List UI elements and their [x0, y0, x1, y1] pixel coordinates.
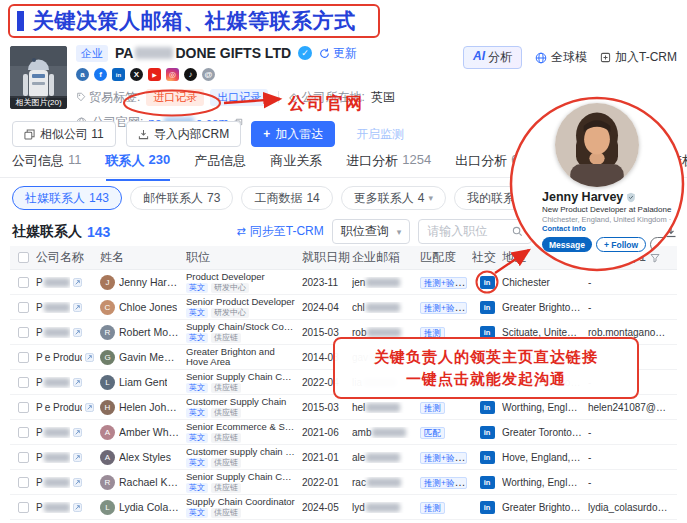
- table-row[interactable]: P A Alex Styles Customer supply chain co…: [10, 445, 677, 470]
- tab-item[interactable]: 产品信息: [194, 152, 246, 181]
- filter-chip[interactable]: 工商数据14: [241, 186, 332, 210]
- contact-name[interactable]: Chloe Jones: [119, 301, 177, 313]
- job-title-select[interactable]: 职位查询 ▾: [332, 219, 411, 244]
- company-link-icon[interactable]: [73, 328, 82, 337]
- sync-tcrm-button[interactable]: ⇄ 同步至T-CRM: [237, 223, 324, 240]
- contact-info-link[interactable]: Contact info: [542, 224, 586, 233]
- linkedin-icon[interactable]: in: [480, 301, 495, 314]
- linkedin-icon[interactable]: in: [112, 68, 125, 81]
- linkedin-icon[interactable]: in: [480, 401, 495, 414]
- company-name: Pe Produc...: [36, 402, 82, 413]
- instagram-icon[interactable]: ◎: [166, 68, 179, 81]
- trade-tags-label-text: 贸易标签:: [89, 89, 140, 106]
- row-checkbox[interactable]: [18, 452, 29, 463]
- global-mode-button[interactable]: 全球模: [535, 49, 587, 66]
- company-link-icon[interactable]: [73, 453, 82, 462]
- company-link-icon[interactable]: [73, 503, 82, 512]
- position-tag: 英文: [186, 308, 208, 318]
- globe-icon: [535, 52, 547, 64]
- tab-item[interactable]: 联系人230: [106, 152, 171, 181]
- table-row[interactable]: P C Chloe Jones Senior Product Developer…: [10, 295, 677, 320]
- table-row[interactable]: P R Rachael Kelly Senior Supply Chain Co…: [10, 470, 677, 495]
- import-records-tag[interactable]: 进口记录: [146, 89, 204, 106]
- contact-cell: L Lydia Colasurdo: [100, 500, 186, 515]
- company-link-icon[interactable]: [85, 403, 94, 412]
- row-checkbox[interactable]: [18, 352, 29, 363]
- import-crm-button[interactable]: 导入内部CRM: [126, 121, 241, 147]
- tab-item[interactable]: 商业关系: [270, 152, 322, 181]
- position-cell: Greater Brighton and Hove Area: [186, 347, 302, 367]
- company-link-icon[interactable]: [73, 378, 82, 387]
- x-icon[interactable]: X: [130, 68, 143, 81]
- company-link-icon[interactable]: [85, 353, 94, 362]
- email-icon[interactable]: @: [202, 68, 215, 81]
- row-checkbox[interactable]: [18, 377, 29, 388]
- filter-chip[interactable]: 社媒联系人143: [12, 186, 122, 210]
- column-header[interactable]: 姓名: [100, 249, 186, 266]
- select-all-checkbox[interactable]: [18, 252, 29, 263]
- contact-name[interactable]: Jenny Harvey: [119, 276, 180, 288]
- ai-analyze-button[interactable]: AI 分析: [463, 46, 522, 69]
- contact-name[interactable]: Robert Monta...: [119, 326, 180, 338]
- position: Senior Supply Chain Coordinator: [186, 472, 296, 482]
- filter-chip[interactable]: 更多联系人4▾: [341, 186, 446, 210]
- linkedin-icon[interactable]: in: [480, 276, 495, 289]
- contact-name[interactable]: Alex Styles: [119, 451, 171, 463]
- row-checkbox[interactable]: [18, 327, 29, 338]
- row-checkbox[interactable]: [18, 402, 29, 413]
- row-checkbox[interactable]: [18, 277, 29, 288]
- contact-name[interactable]: Lydia Colasurdo: [119, 501, 180, 513]
- company-link-icon[interactable]: [73, 428, 82, 437]
- export-records-tag[interactable]: 出口记录: [210, 89, 268, 106]
- linkedin-icon[interactable]: in: [480, 426, 495, 439]
- row-checkbox[interactable]: [18, 427, 29, 438]
- facebook-icon[interactable]: f: [94, 68, 107, 81]
- tab-item[interactable]: 进口分析1254: [346, 152, 431, 181]
- tiktok-icon[interactable]: ♪: [184, 68, 197, 81]
- position-tag: 供应链: [211, 408, 241, 418]
- company-email: amb: [352, 427, 420, 438]
- join-tcrm-button[interactable]: 加入T-CRM: [600, 49, 677, 66]
- update-button[interactable]: 更新: [319, 45, 357, 62]
- contact-name[interactable]: Gavin Meeks: [119, 351, 180, 363]
- table-row[interactable]: P L Lydia Colasurdo Supply Chain Coordin…: [10, 495, 677, 520]
- job-search-input[interactable]: 请输入职位: [418, 219, 532, 244]
- hire-date: 2022-01: [302, 477, 352, 488]
- column-header[interactable]: 公司名称: [36, 249, 100, 266]
- row-checkbox[interactable]: [18, 477, 29, 488]
- similar-companies-button[interactable]: 相似公司 11: [12, 121, 116, 147]
- table-row[interactable]: P J Jenny Harvey Product Developer 英文研发中…: [10, 270, 677, 295]
- company-image-thumbnail[interactable]: 相关图片(20): [10, 46, 67, 109]
- contact-name[interactable]: Amber Whitty: [119, 426, 180, 438]
- tab-item[interactable]: 公司信息11: [12, 152, 82, 181]
- linkedin-icon[interactable]: in: [480, 451, 495, 464]
- column-header[interactable]: 就职日期: [302, 249, 352, 266]
- youtube-icon[interactable]: ▶: [148, 68, 161, 81]
- column-header[interactable]: 企业邮箱: [352, 249, 420, 266]
- contact-name[interactable]: Rachael Kelly: [119, 476, 180, 488]
- filter-funnel-icon[interactable]: [650, 253, 660, 263]
- message-button[interactable]: Message: [542, 237, 592, 252]
- add-radar-button[interactable]: + 加入雷达: [251, 121, 335, 147]
- follow-button[interactable]: + Follow: [596, 237, 646, 252]
- column-header[interactable]: 匹配度: [420, 249, 472, 266]
- table-row[interactable]: P A Amber Whitty Senior Ecommerce & Supp…: [10, 420, 677, 445]
- column-header[interactable]: 社交: [472, 249, 502, 266]
- chip-count: 143: [89, 191, 109, 205]
- row-checkbox[interactable]: [18, 502, 29, 513]
- company-link-icon[interactable]: [73, 303, 82, 312]
- amazon-icon[interactable]: a: [76, 68, 89, 81]
- region: Greater Brighton a...: [502, 302, 588, 313]
- contact-name[interactable]: Helen Johnstone: [119, 401, 180, 413]
- company-link-icon[interactable]: [73, 478, 82, 487]
- row-checkbox[interactable]: [18, 302, 29, 313]
- filter-chip[interactable]: 邮件联系人73: [130, 186, 233, 210]
- start-monitor-button[interactable]: 开启监测: [345, 121, 415, 147]
- column-header[interactable]: 职位: [186, 249, 302, 266]
- linkedin-icon[interactable]: in: [480, 501, 495, 514]
- contact-cell: G Gavin Meeks: [100, 350, 186, 365]
- linkedin-icon[interactable]: in: [480, 476, 495, 489]
- match-badge: 推测: [420, 502, 445, 514]
- contact-name[interactable]: Liam Gent: [119, 376, 167, 388]
- company-link-icon[interactable]: [73, 278, 82, 287]
